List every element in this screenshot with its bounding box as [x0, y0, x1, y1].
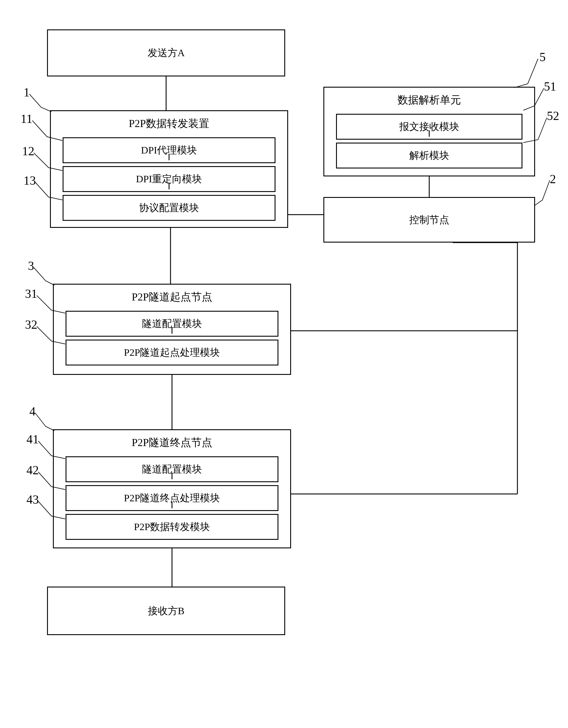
tunnel-config-end-label: 隧道配置模块 — [142, 464, 202, 475]
label-5: 5 — [539, 50, 546, 64]
receiver-label: 接收方B — [148, 604, 185, 618]
tunnel-end-proc-label: P2P隧道终点处理模块 — [124, 492, 220, 503]
data-parse-unit: 数据解析单元 报文接收模块 解析模块 — [323, 87, 535, 176]
protocol-config-module: 协议配置模块 — [63, 195, 275, 221]
dpi-proxy-label: DPI代理模块 — [141, 145, 197, 156]
dpi-redirect-label: DPI重定向模块 — [136, 173, 202, 184]
label-4: 4 — [29, 404, 36, 418]
tunnel-start-node: P2P隧道起点节点 隧道配置模块 P2P隧道起点处理模块 — [53, 284, 291, 375]
dpi-proxy-module: DPI代理模块 — [63, 137, 275, 163]
label-11: 11 — [21, 112, 32, 126]
label-2: 2 — [550, 172, 556, 186]
p2p-forward-title: P2P数据转发装置 — [51, 111, 287, 134]
data-parse-title: 数据解析单元 — [324, 88, 534, 111]
tunnel-start-title: P2P隧道起点节点 — [54, 285, 290, 308]
p2p-data-forward-module: P2P数据转发模块 — [66, 514, 278, 540]
tunnel-config-start-module: 隧道配置模块 — [66, 311, 278, 337]
label-52: 52 — [547, 109, 559, 123]
label-31: 31 — [25, 287, 37, 301]
label-43: 43 — [26, 492, 39, 507]
p2p-forward-device: P2P数据转发装置 DPI代理模块 DPI重定向模块 协议配置模块 — [50, 110, 288, 228]
parse-label: 解析模块 — [409, 150, 449, 161]
parse-module: 解析模块 — [336, 143, 522, 168]
diagram-canvas: 发送方A 数据解析单元 报文接收模块 解析模块 P2P数据转发装置 DPI代理模… — [12, 12, 556, 716]
tunnel-start-proc-label: P2P隧道起点处理模块 — [124, 347, 220, 358]
tunnel-end-node: P2P隧道终点节点 隧道配置模块 P2P隧道终点处理模块 P2P数据转发模块 — [53, 429, 291, 548]
receiver-box: 接收方B — [47, 587, 285, 635]
label-1: 1 — [24, 85, 30, 99]
sender-box: 发送方A — [47, 29, 285, 76]
sender-label: 发送方A — [148, 46, 185, 60]
p2p-data-forward-label: P2P数据转发模块 — [134, 521, 210, 532]
tunnel-end-proc-module: P2P隧道终点处理模块 — [66, 485, 278, 511]
tunnel-config-end-module: 隧道配置模块 — [66, 456, 278, 482]
msg-receive-module: 报文接收模块 — [336, 114, 522, 140]
label-41: 41 — [26, 432, 39, 446]
tunnel-end-title: P2P隧道终点节点 — [54, 430, 290, 453]
control-node-label: 控制节点 — [409, 213, 449, 227]
label-51: 51 — [544, 79, 556, 93]
tunnel-start-proc-module: P2P隧道起点处理模块 — [66, 340, 278, 365]
dpi-redirect-module: DPI重定向模块 — [63, 166, 275, 192]
control-node-box: 控制节点 — [323, 197, 535, 243]
msg-receive-label: 报文接收模块 — [399, 121, 459, 132]
label-12: 12 — [22, 144, 34, 158]
label-13: 13 — [24, 173, 36, 188]
label-3: 3 — [28, 259, 34, 273]
label-32: 32 — [25, 318, 37, 332]
tunnel-config-start-label: 隧道配置模块 — [142, 318, 202, 329]
label-42: 42 — [26, 463, 39, 477]
protocol-config-label: 协议配置模块 — [139, 202, 199, 213]
